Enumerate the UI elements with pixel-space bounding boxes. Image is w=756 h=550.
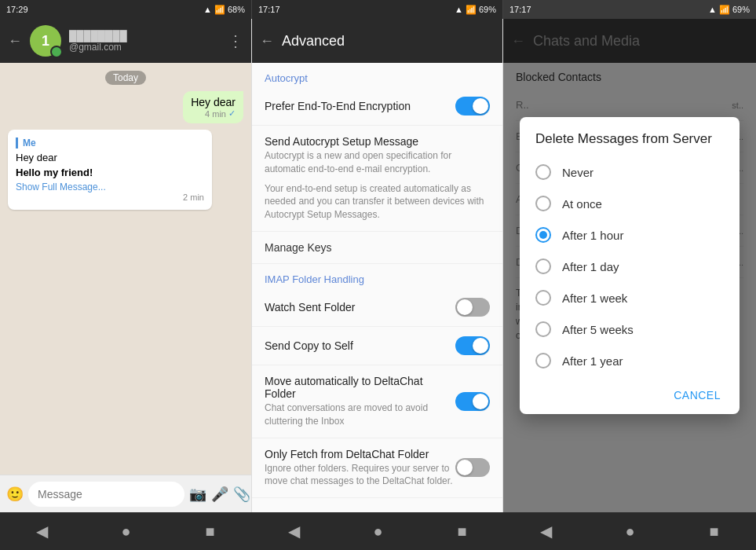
- main-content: ← 1 ████████ @gmail.com ⋮ Today Hey dear…: [0, 19, 756, 512]
- avatar-badge: [50, 46, 63, 58]
- prefer-e2e-toggle[interactable]: [455, 97, 490, 116]
- mic-icon[interactable]: 🎤: [211, 482, 228, 507]
- nav-recent-mid[interactable]: ■: [447, 515, 478, 547]
- nav-home-left[interactable]: ●: [111, 515, 142, 547]
- option-at-once[interactable]: At once: [520, 188, 740, 219]
- option-after-1-hour[interactable]: After 1 hour: [520, 219, 740, 251]
- advanced-title: Advanced: [282, 33, 345, 50]
- radio-after-1-day: [535, 258, 551, 274]
- battery-middle: 69%: [479, 5, 496, 14]
- nav-recent-right[interactable]: ■: [699, 515, 730, 547]
- watch-sent-toggle[interactable]: [455, 298, 490, 317]
- message-meta: 4 min ✓: [191, 108, 236, 119]
- imap-label: IMAP Folder Handling: [252, 264, 502, 288]
- signal-icon-mid: 📶: [466, 5, 477, 15]
- send-autocrypt-title: Send Autocrypt Setup Message: [265, 135, 490, 148]
- chat-panel: ← 1 ████████ @gmail.com ⋮ Today Hey dear…: [0, 19, 251, 512]
- advanced-header: ← Advanced: [252, 19, 502, 63]
- nav-back-mid[interactable]: ◀: [279, 515, 310, 547]
- nav-recent-left[interactable]: ■: [195, 515, 226, 547]
- signal-icon-right: 📶: [719, 5, 730, 15]
- wifi-icon-mid: ▲: [455, 5, 463, 14]
- check-icon: ✓: [228, 108, 236, 119]
- send-copy-title: Send Copy to Self: [265, 339, 353, 352]
- card-quote: Hey dear: [16, 152, 204, 163]
- chat-header-info: ████████ @gmail.com: [69, 30, 220, 53]
- option-never[interactable]: Never: [520, 156, 740, 188]
- chat-contact-email: @gmail.com: [69, 42, 220, 53]
- dialog-overlay: Delete Messages from Server Never At onc…: [503, 19, 756, 512]
- nav-section-middle: ◀ ● ■: [252, 515, 504, 547]
- message-sent: Hey dear 4 min ✓: [183, 91, 243, 123]
- prefer-e2e-title: Prefer End-To-End Encryption: [265, 100, 455, 112]
- attach-icon[interactable]: 📎: [233, 482, 250, 507]
- status-icons-middle: ▲ 📶 69%: [455, 5, 496, 15]
- back-icon-chat[interactable]: ←: [8, 33, 22, 50]
- send-autocrypt-item: Send Autocrypt Setup Message Autocrypt i…: [252, 126, 502, 232]
- chat-header: ← 1 ████████ @gmail.com ⋮: [0, 19, 251, 63]
- nav-back-right[interactable]: ◀: [531, 515, 562, 547]
- chat-input-bar: 🙂 📷 🎤 📎: [0, 475, 251, 512]
- back-icon-advanced[interactable]: ←: [260, 33, 274, 50]
- dialog-actions: CANCEL: [520, 376, 740, 414]
- chat-contact-name: ████████: [69, 30, 220, 42]
- send-autocrypt-desc: Autocrypt is a new and open specificatio…: [265, 149, 490, 176]
- nav-section-right: ◀ ● ■: [504, 515, 756, 547]
- advanced-body: Autocrypt Prefer End-To-End Encryption S…: [252, 63, 502, 512]
- nav-back-left[interactable]: ◀: [27, 515, 58, 547]
- watch-sent-title: Watch Sent Folder: [265, 301, 355, 314]
- show-full-message-link[interactable]: Show Full Message...: [16, 182, 204, 192]
- status-icons-right: ▲ 📶 69%: [708, 5, 750, 15]
- wifi-icon-right: ▲: [708, 5, 717, 14]
- move-deltachat-desc: Chat conversations are moved to avoid cl…: [265, 402, 455, 428]
- emoji-icon[interactable]: 🙂: [6, 482, 24, 507]
- option-after-1-day[interactable]: After 1 day: [520, 251, 740, 282]
- cancel-button[interactable]: CANCEL: [664, 383, 730, 408]
- bottom-nav: ◀ ● ■ ◀ ● ■ ◀ ● ■: [0, 512, 756, 550]
- avatar: 1: [30, 25, 61, 57]
- more-icon[interactable]: ⋮: [228, 31, 243, 50]
- camera-icon[interactable]: 📷: [189, 482, 206, 507]
- status-bar-left: 17:29 ▲ 📶 68%: [0, 0, 251, 19]
- advanced-panel: ← Advanced Autocrypt Prefer End-To-End E…: [251, 19, 502, 512]
- option-after-1-week-label: After 1 week: [562, 292, 627, 305]
- message-input[interactable]: [28, 482, 184, 507]
- autocrypt-label: Autocrypt: [252, 63, 502, 87]
- option-after-5-weeks-label: After 5 weeks: [562, 323, 634, 336]
- dialog-title: Delete Messages from Server: [520, 117, 740, 156]
- nav-home-right[interactable]: ●: [615, 515, 646, 547]
- status-bars: 17:29 ▲ 📶 68% 17:17 ▲ 📶 69% 17:17 ▲ 📶 69…: [0, 0, 756, 19]
- send-copy-item: Send Copy to Self: [252, 327, 502, 365]
- radio-after-1-week: [535, 290, 551, 306]
- only-fetch-toggle[interactable]: [455, 458, 490, 477]
- only-fetch-item: Only Fetch from DeltaChat Folder Ignore …: [252, 438, 502, 499]
- option-after-1-year[interactable]: After 1 year: [520, 345, 740, 376]
- radio-after-1-year: [535, 353, 551, 368]
- time-left: 17:29: [6, 5, 28, 14]
- only-fetch-title: Only Fetch from DeltaChat Folder: [265, 448, 455, 460]
- option-after-1-week[interactable]: After 1 week: [520, 282, 740, 314]
- delete-messages-dialog: Delete Messages from Server Never At onc…: [520, 117, 740, 414]
- card-meta: 2 min: [16, 192, 204, 202]
- battery-right: 69%: [732, 5, 750, 14]
- status-icons-left: ▲ 📶 68%: [203, 5, 245, 15]
- message-card: Me Hey dear Hello my friend! Show Full M…: [8, 130, 212, 210]
- option-never-label: Never: [562, 166, 593, 179]
- card-main-text: Hello my friend!: [16, 167, 204, 178]
- send-copy-toggle[interactable]: [455, 336, 490, 355]
- nav-home-mid[interactable]: ●: [363, 515, 394, 547]
- manage-keys-item[interactable]: Manage Keys: [252, 232, 502, 264]
- option-after-5-weeks[interactable]: After 5 weeks: [520, 314, 740, 345]
- move-deltachat-toggle[interactable]: [455, 392, 490, 411]
- move-deltachat-item: Move automatically to DeltaChat Folder C…: [252, 365, 502, 438]
- message-text: Hey dear: [191, 96, 236, 108]
- wifi-icon: ▲: [203, 5, 212, 14]
- chat-body: Today Hey dear 4 min ✓ Me Hey dear Hello…: [0, 63, 251, 475]
- radio-after-5-weeks: [535, 321, 551, 337]
- radio-at-once: [535, 196, 551, 211]
- radio-after-1-hour: [535, 227, 551, 243]
- status-bar-right: 17:17 ▲ 📶 69%: [502, 0, 756, 19]
- right-panel: ← Chats and Media Blocked Contacts R.. s…: [502, 19, 756, 512]
- date-badge: Today: [105, 71, 146, 85]
- nav-section-left: ◀ ● ■: [0, 515, 252, 547]
